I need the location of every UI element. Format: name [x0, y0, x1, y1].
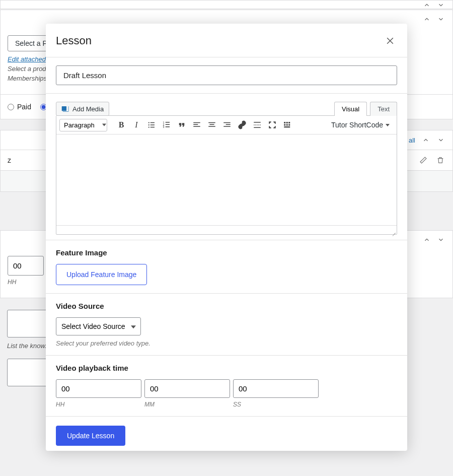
svg-rect-18	[223, 122, 231, 123]
update-lesson-button[interactable]: Update Lesson	[56, 426, 125, 446]
svg-point-0	[148, 122, 149, 123]
svg-point-2	[148, 124, 149, 125]
playback-mm-input[interactable]	[144, 379, 230, 398]
close-icon	[385, 36, 395, 46]
format-select[interactable]: Paragraph	[59, 119, 107, 131]
add-media-button[interactable]: Add Media	[56, 102, 109, 116]
playback-time-label: Video playback time	[56, 364, 397, 372]
svg-rect-1	[150, 122, 155, 123]
shortcode-dropdown[interactable]: Tutor ShortCode	[327, 119, 394, 131]
align-right-button[interactable]	[220, 118, 234, 132]
svg-rect-12	[193, 122, 200, 123]
svg-rect-9	[166, 124, 170, 125]
quote-button[interactable]	[175, 118, 189, 132]
playback-ss-input[interactable]	[233, 379, 319, 398]
editor: Paragraph B I 123	[56, 115, 397, 235]
svg-rect-30	[284, 126, 290, 127]
media-icon	[61, 105, 69, 113]
svg-rect-28	[286, 124, 288, 126]
svg-rect-23	[254, 127, 261, 128]
lesson-title-input[interactable]	[56, 65, 397, 85]
svg-rect-13	[193, 124, 198, 125]
svg-text:3: 3	[163, 125, 165, 128]
text-tab[interactable]: Text	[370, 102, 397, 116]
svg-rect-29	[288, 124, 290, 126]
svg-rect-14	[193, 126, 200, 127]
svg-rect-24	[284, 122, 285, 123]
editor-content[interactable]	[56, 134, 397, 225]
svg-rect-22	[254, 124, 261, 125]
svg-rect-5	[150, 127, 155, 128]
svg-rect-25	[286, 122, 288, 123]
align-center-button[interactable]	[205, 118, 219, 132]
fullscreen-button[interactable]	[265, 118, 279, 132]
video-source-select[interactable]: Select Video Source	[56, 317, 141, 335]
video-source-help: Select your preferred video type.	[56, 339, 397, 347]
link-button[interactable]	[235, 118, 249, 132]
playback-mm-label: MM	[144, 401, 230, 408]
toolbar-toggle-button[interactable]	[280, 118, 294, 132]
playback-ss-label: SS	[233, 401, 319, 408]
svg-rect-21	[254, 122, 261, 123]
svg-rect-16	[210, 124, 214, 125]
svg-rect-27	[284, 124, 285, 126]
svg-rect-15	[208, 122, 215, 123]
resize-handle[interactable]	[391, 228, 396, 233]
bullet-list-button[interactable]	[144, 118, 159, 132]
svg-rect-17	[208, 126, 215, 127]
numbered-list-button[interactable]: 123	[160, 118, 174, 132]
svg-rect-26	[288, 122, 290, 123]
align-left-button[interactable]	[190, 118, 204, 132]
svg-point-4	[148, 126, 149, 127]
svg-rect-11	[166, 126, 170, 127]
svg-rect-7	[166, 122, 170, 123]
svg-rect-3	[150, 124, 155, 125]
modal-overlay: Lesson Add Media Visual Text	[0, 0, 453, 476]
playback-hh-label: HH	[56, 401, 141, 408]
italic-button[interactable]: I	[129, 118, 143, 132]
editor-statusbar	[56, 225, 397, 234]
upload-feature-image-button[interactable]: Upload Feature Image	[56, 264, 147, 285]
svg-rect-19	[226, 124, 231, 125]
svg-rect-20	[223, 126, 231, 127]
close-button[interactable]	[383, 34, 397, 48]
lesson-modal: Lesson Add Media Visual Text	[46, 24, 407, 451]
video-source-label: Video Source	[56, 302, 397, 310]
bold-button[interactable]: B	[114, 118, 128, 132]
feature-image-label: Feature Image	[56, 248, 397, 257]
modal-title: Lesson	[56, 34, 92, 47]
visual-tab[interactable]: Visual	[334, 102, 367, 116]
readmore-button[interactable]	[250, 118, 264, 132]
playback-hh-input[interactable]	[56, 379, 141, 398]
